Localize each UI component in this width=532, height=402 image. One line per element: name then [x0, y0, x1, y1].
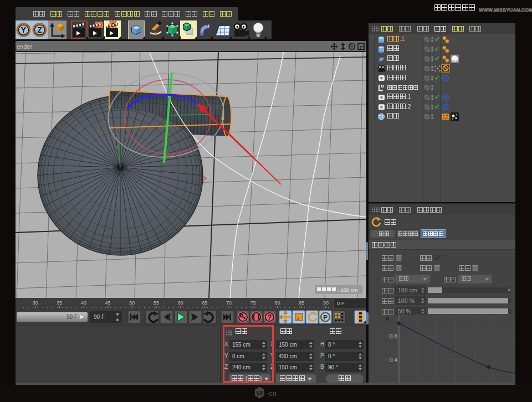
- svg-text:85: 85: [299, 300, 304, 306]
- svg-text:90: 90: [323, 300, 329, 306]
- svg-text:40: 40: [81, 300, 86, 306]
- svg-text:80: 80: [274, 300, 280, 306]
- svg-text:·cn: ·cn: [267, 390, 277, 398]
- svg-text:35: 35: [57, 300, 62, 306]
- svg-text:60: 60: [178, 300, 183, 306]
- svg-text:75: 75: [250, 300, 256, 306]
- svg-text:65: 65: [202, 300, 207, 306]
- svg-text:0.8: 0.8: [390, 333, 397, 339]
- svg-text:50: 50: [129, 300, 135, 306]
- svg-text:Z: Z: [37, 25, 42, 34]
- svg-text:45: 45: [105, 300, 111, 306]
- svg-text:90 F: 90 F: [94, 314, 105, 320]
- svg-text:90 F: 90 F: [66, 314, 78, 320]
- svg-text:0.4: 0.4: [390, 357, 397, 363]
- svg-text:30: 30: [32, 300, 38, 306]
- svg-text:UI: UI: [257, 390, 263, 396]
- svg-text:: 100 cm: : 100 cm: [337, 287, 358, 293]
- svg-text:Y: Y: [21, 25, 27, 34]
- svg-text:?: ?: [268, 313, 272, 321]
- svg-text:0 F: 0 F: [337, 300, 345, 306]
- svg-text:P: P: [323, 314, 328, 321]
- svg-text:70: 70: [226, 300, 232, 306]
- svg-text:55: 55: [154, 300, 159, 306]
